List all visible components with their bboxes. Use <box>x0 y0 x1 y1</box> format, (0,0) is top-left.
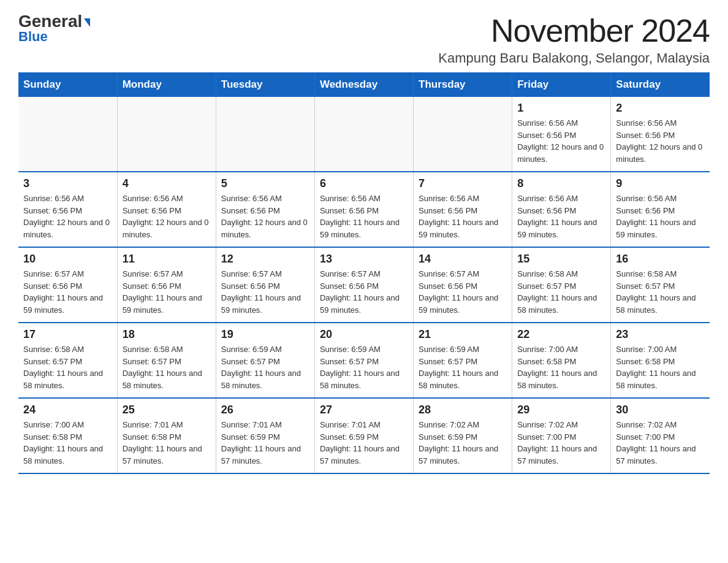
day-header-monday: Monday <box>117 72 216 97</box>
day-info: Sunrise: 6:58 AMSunset: 6:57 PMDaylight:… <box>23 343 112 391</box>
day-number: 16 <box>616 253 705 266</box>
calendar-cell: 15Sunrise: 6:58 AMSunset: 6:57 PMDayligh… <box>512 247 611 323</box>
day-info: Sunrise: 7:01 AMSunset: 6:59 PMDaylight:… <box>221 419 309 467</box>
calendar-cell: 19Sunrise: 6:59 AMSunset: 6:57 PMDayligh… <box>216 323 314 398</box>
day-number: 1 <box>517 102 605 115</box>
day-info: Sunrise: 6:57 AMSunset: 6:56 PMDaylight:… <box>419 268 507 316</box>
page-header: General Blue November 2024 Kampung Baru … <box>18 12 710 66</box>
day-number: 9 <box>616 177 705 190</box>
title-area: November 2024 Kampung Baru Balakong, Sel… <box>438 12 710 66</box>
day-info: Sunrise: 6:59 AMSunset: 6:57 PMDaylight:… <box>221 343 309 391</box>
day-header-thursday: Thursday <box>414 72 512 97</box>
day-info: Sunrise: 6:56 AMSunset: 6:56 PMDaylight:… <box>419 193 507 240</box>
day-info: Sunrise: 7:02 AMSunset: 7:00 PMDaylight:… <box>517 419 605 467</box>
day-number: 29 <box>517 404 605 416</box>
calendar-cell: 7Sunrise: 6:56 AMSunset: 6:56 PMDaylight… <box>414 172 512 247</box>
day-number: 19 <box>221 328 309 341</box>
day-number: 2 <box>616 102 705 115</box>
calendar-cell: 28Sunrise: 7:02 AMSunset: 6:59 PMDayligh… <box>414 398 512 473</box>
day-number: 6 <box>320 177 408 190</box>
calendar-cell: 22Sunrise: 7:00 AMSunset: 6:58 PMDayligh… <box>512 323 611 398</box>
calendar-cell: 20Sunrise: 6:59 AMSunset: 6:57 PMDayligh… <box>314 323 413 398</box>
month-title: November 2024 <box>438 12 710 49</box>
day-info: Sunrise: 6:57 AMSunset: 6:56 PMDaylight:… <box>221 268 309 316</box>
calendar-cell: 4Sunrise: 6:56 AMSunset: 6:56 PMDaylight… <box>117 172 216 247</box>
day-info: Sunrise: 6:57 AMSunset: 6:56 PMDaylight:… <box>320 268 408 316</box>
day-info: Sunrise: 6:59 AMSunset: 6:57 PMDaylight:… <box>419 343 507 391</box>
day-number: 4 <box>123 177 211 190</box>
calendar-cell: 21Sunrise: 6:59 AMSunset: 6:57 PMDayligh… <box>414 323 512 398</box>
day-number: 26 <box>221 404 309 416</box>
day-info: Sunrise: 6:58 AMSunset: 6:57 PMDaylight:… <box>616 268 705 316</box>
week-row-1: 1Sunrise: 6:56 AMSunset: 6:56 PMDaylight… <box>18 97 710 172</box>
calendar-cell <box>314 97 413 172</box>
day-info: Sunrise: 6:56 AMSunset: 6:56 PMDaylight:… <box>517 117 605 165</box>
day-number: 10 <box>23 253 112 266</box>
calendar-cell: 11Sunrise: 6:57 AMSunset: 6:56 PMDayligh… <box>117 247 216 323</box>
day-info: Sunrise: 6:58 AMSunset: 6:57 PMDaylight:… <box>517 268 605 316</box>
day-info: Sunrise: 6:56 AMSunset: 6:56 PMDaylight:… <box>320 193 408 240</box>
calendar-cell: 6Sunrise: 6:56 AMSunset: 6:56 PMDaylight… <box>314 172 413 247</box>
day-number: 14 <box>419 253 507 266</box>
day-number: 3 <box>23 177 112 190</box>
day-number: 5 <box>221 177 309 190</box>
day-info: Sunrise: 7:00 AMSunset: 6:58 PMDaylight:… <box>616 343 705 391</box>
day-info: Sunrise: 6:56 AMSunset: 6:56 PMDaylight:… <box>616 117 705 165</box>
calendar-cell: 8Sunrise: 6:56 AMSunset: 6:56 PMDaylight… <box>512 172 611 247</box>
calendar-cell <box>117 97 216 172</box>
day-number: 18 <box>123 328 211 341</box>
day-header-tuesday: Tuesday <box>216 72 314 97</box>
day-header-friday: Friday <box>512 72 611 97</box>
day-number: 13 <box>320 253 408 266</box>
calendar-cell: 2Sunrise: 6:56 AMSunset: 6:56 PMDaylight… <box>611 97 710 172</box>
calendar-cell: 3Sunrise: 6:56 AMSunset: 6:56 PMDaylight… <box>18 172 117 247</box>
calendar-cell: 1Sunrise: 6:56 AMSunset: 6:56 PMDaylight… <box>512 97 611 172</box>
calendar-cell: 13Sunrise: 6:57 AMSunset: 6:56 PMDayligh… <box>314 247 413 323</box>
day-info: Sunrise: 6:56 AMSunset: 6:56 PMDaylight:… <box>616 193 705 240</box>
day-number: 21 <box>419 328 507 341</box>
day-number: 27 <box>320 404 408 416</box>
day-info: Sunrise: 7:00 AMSunset: 6:58 PMDaylight:… <box>517 343 605 391</box>
calendar-cell: 23Sunrise: 7:00 AMSunset: 6:58 PMDayligh… <box>611 323 710 398</box>
day-info: Sunrise: 6:57 AMSunset: 6:56 PMDaylight:… <box>23 268 112 316</box>
day-number: 8 <box>517 177 605 190</box>
calendar-cell: 25Sunrise: 7:01 AMSunset: 6:58 PMDayligh… <box>117 398 216 473</box>
day-number: 17 <box>23 328 112 341</box>
day-info: Sunrise: 6:59 AMSunset: 6:57 PMDaylight:… <box>320 343 408 391</box>
calendar-cell: 14Sunrise: 6:57 AMSunset: 6:56 PMDayligh… <box>414 247 512 323</box>
day-number: 12 <box>221 253 309 266</box>
day-info: Sunrise: 6:56 AMSunset: 6:56 PMDaylight:… <box>221 193 309 240</box>
day-info: Sunrise: 7:02 AMSunset: 7:00 PMDaylight:… <box>616 419 705 467</box>
calendar-cell <box>18 97 117 172</box>
location-title: Kampung Baru Balakong, Selangor, Malaysi… <box>438 50 710 66</box>
calendar-cell: 5Sunrise: 6:56 AMSunset: 6:56 PMDaylight… <box>216 172 314 247</box>
day-number: 30 <box>616 404 705 416</box>
day-info: Sunrise: 6:56 AMSunset: 6:56 PMDaylight:… <box>23 193 112 240</box>
day-info: Sunrise: 6:56 AMSunset: 6:56 PMDaylight:… <box>517 193 605 240</box>
day-info: Sunrise: 6:57 AMSunset: 6:56 PMDaylight:… <box>123 268 211 316</box>
logo-blue: Blue <box>18 29 48 45</box>
day-number: 25 <box>123 404 211 416</box>
day-number: 20 <box>320 328 408 341</box>
calendar-cell: 30Sunrise: 7:02 AMSunset: 7:00 PMDayligh… <box>611 398 710 473</box>
day-info: Sunrise: 7:01 AMSunset: 6:58 PMDaylight:… <box>123 419 211 467</box>
calendar-cell: 10Sunrise: 6:57 AMSunset: 6:56 PMDayligh… <box>18 247 117 323</box>
week-row-4: 17Sunrise: 6:58 AMSunset: 6:57 PMDayligh… <box>18 323 710 398</box>
day-header-wednesday: Wednesday <box>314 72 413 97</box>
calendar-cell: 26Sunrise: 7:01 AMSunset: 6:59 PMDayligh… <box>216 398 314 473</box>
day-info: Sunrise: 6:58 AMSunset: 6:57 PMDaylight:… <box>123 343 211 391</box>
day-number: 22 <box>517 328 605 341</box>
day-header-saturday: Saturday <box>611 72 710 97</box>
calendar-cell: 27Sunrise: 7:01 AMSunset: 6:59 PMDayligh… <box>314 398 413 473</box>
calendar-header-row: SundayMondayTuesdayWednesdayThursdayFrid… <box>18 72 710 97</box>
day-info: Sunrise: 7:00 AMSunset: 6:58 PMDaylight:… <box>23 419 112 467</box>
day-number: 28 <box>419 404 507 416</box>
calendar-cell <box>216 97 314 172</box>
week-row-3: 10Sunrise: 6:57 AMSunset: 6:56 PMDayligh… <box>18 247 710 323</box>
calendar-cell: 18Sunrise: 6:58 AMSunset: 6:57 PMDayligh… <box>117 323 216 398</box>
calendar-cell: 29Sunrise: 7:02 AMSunset: 7:00 PMDayligh… <box>512 398 611 473</box>
day-info: Sunrise: 7:01 AMSunset: 6:59 PMDaylight:… <box>320 419 408 467</box>
day-number: 23 <box>616 328 705 341</box>
calendar-cell: 9Sunrise: 6:56 AMSunset: 6:56 PMDaylight… <box>611 172 710 247</box>
week-row-5: 24Sunrise: 7:00 AMSunset: 6:58 PMDayligh… <box>18 398 710 473</box>
